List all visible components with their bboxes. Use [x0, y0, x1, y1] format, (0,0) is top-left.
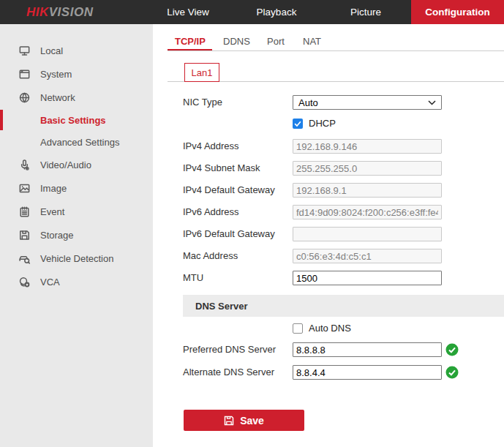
tab-ddns[interactable]: DDNS: [223, 36, 250, 47]
nav-playback[interactable]: Playback: [257, 0, 297, 24]
nav-picture[interactable]: Picture: [350, 0, 381, 24]
sidebar-item-network[interactable]: Network: [0, 86, 153, 109]
tabs-divider: [168, 50, 504, 51]
dhcp-label: DHCP: [309, 119, 336, 129]
sidebar-item-image[interactable]: Image: [0, 176, 153, 200]
tab-lan1[interactable]: Lan1: [184, 63, 219, 82]
alternate-dns-label: Alternate DNS Server: [183, 365, 274, 380]
mtu-input[interactable]: [293, 271, 442, 285]
tab-port[interactable]: Port: [267, 36, 285, 47]
sidebar-item-label: Local: [40, 45, 63, 56]
sidebar-item-vehicle-detection[interactable]: Vehicle Detection: [0, 247, 153, 270]
sidebar-item-storage[interactable]: Storage: [0, 223, 153, 247]
alternate-dns-input[interactable]: [293, 365, 442, 380]
top-navigation-bar: HIKVISION Live View Playback Picture Con…: [0, 0, 504, 24]
auto-dns-label: Auto DNS: [309, 323, 351, 334]
preferred-dns-input[interactable]: [293, 342, 442, 357]
nic-type-select[interactable]: Auto: [293, 95, 442, 110]
save-floppy-icon: [224, 416, 234, 426]
sidebar-item-label: Network: [40, 92, 75, 103]
sidebar-item-local[interactable]: Local: [0, 39, 153, 62]
tab-tcpip[interactable]: TCP/IP: [175, 36, 206, 47]
tab-nat[interactable]: NAT: [303, 36, 321, 47]
ipv4-address-label: IPv4 Address: [183, 139, 239, 154]
sidebar-item-basic-settings[interactable]: Basic Settings: [0, 109, 153, 131]
ipv4-default-gateway-input: [293, 183, 442, 198]
sidebar-item-label: Video/Audio: [40, 159, 91, 170]
ipv4-subnet-mask-label: IPv4 Subnet Mask: [183, 161, 260, 176]
auto-dns-checkbox[interactable]: [293, 323, 303, 334]
nav-configuration-active[interactable]: Configuration: [411, 0, 504, 24]
valid-check-icon: [445, 343, 459, 356]
nic-type-label: NIC Type: [183, 95, 222, 110]
system-window-icon: [18, 68, 31, 80]
monitor-icon: [18, 45, 31, 57]
sidebar-item-label: Image: [40, 183, 67, 194]
floppy-disk-icon: [18, 229, 31, 241]
preferred-dns-label: Preferred DNS Server: [183, 342, 276, 357]
sidebar-item-label: VCA: [40, 277, 60, 288]
sidebar-item-event[interactable]: Event: [0, 200, 153, 223]
microphone-icon: [18, 159, 31, 171]
sidebar-item-label: Vehicle Detection: [40, 253, 113, 264]
ipv4-subnet-mask-input: [293, 161, 442, 176]
configuration-page: HIKVISION Live View Playback Picture Con…: [0, 0, 504, 447]
ipv4-default-gateway-label: IPv4 Default Gateway: [183, 183, 275, 198]
sidebar-item-label: Advanced Settings: [40, 137, 119, 148]
vca-icon: [18, 276, 31, 288]
ipv4-address-input: [293, 139, 442, 154]
sidebar-item-label: Basic Settings: [40, 115, 106, 126]
ipv6-address-label: IPv6 Address: [183, 205, 239, 219]
sidebar-item-video-audio[interactable]: Video/Audio: [0, 153, 153, 176]
mac-address-input: [293, 249, 442, 263]
dns-server-heading: DNS Server: [195, 301, 248, 312]
mac-address-label: Mac Address: [183, 249, 238, 263]
vehicle-detection-icon: [18, 252, 31, 265]
sidebar-item-advanced-settings[interactable]: Advanced Settings: [0, 131, 153, 153]
active-indicator-bar: [0, 110, 3, 130]
ipv6-default-gateway-label: IPv6 Default Gateway: [183, 227, 275, 241]
sidebar-item-label: Event: [40, 206, 64, 217]
nav-live-view[interactable]: Live View: [167, 0, 209, 24]
sidebar-item-label: Storage: [40, 230, 74, 241]
ipv6-address-input: [293, 205, 442, 219]
save-button-label: Save: [240, 415, 264, 427]
nic-type-value: Auto: [298, 97, 318, 108]
sidebar-item-system[interactable]: System: [0, 62, 153, 86]
sidebar-item-vca[interactable]: VCA: [0, 270, 153, 293]
event-notepad-icon: [18, 206, 31, 218]
ipv6-default-gateway-input: [293, 227, 442, 241]
chevron-down-icon: [428, 100, 436, 105]
checkmark-icon: [293, 119, 302, 128]
hikvision-logo: HIKVISION: [26, 0, 93, 24]
logo-hik: HIK: [26, 5, 49, 19]
valid-check-icon: [445, 366, 459, 379]
mtu-label: MTU: [183, 271, 203, 285]
sidebar-item-label: System: [40, 69, 72, 80]
globe-icon: [18, 91, 31, 104]
picture-icon: [18, 182, 31, 195]
save-button[interactable]: Save: [184, 410, 304, 431]
sidebar: Local System Network Basic Settings Adva…: [0, 24, 153, 447]
dhcp-checkbox[interactable]: [293, 119, 303, 129]
main-content: TCP/IP DDNS Port NAT Lan1 NIC Type Auto …: [153, 24, 504, 447]
dns-server-section-header: DNS Server: [183, 295, 504, 317]
logo-vision: VISION: [49, 5, 94, 19]
